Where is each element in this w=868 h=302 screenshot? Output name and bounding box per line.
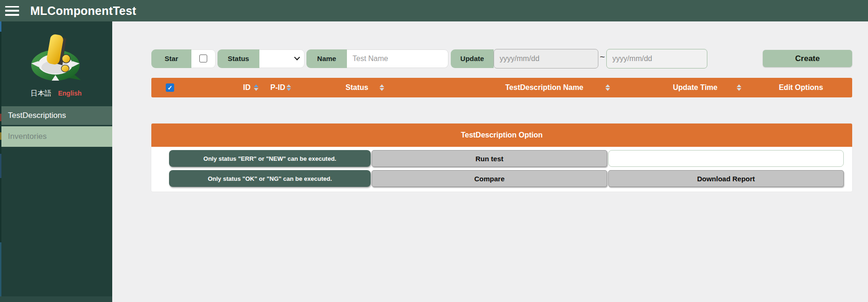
sidebar-item-label: TestDescriptions xyxy=(8,111,66,120)
hamburger-menu-icon[interactable] xyxy=(5,6,19,16)
sidebar-item-inventories[interactable]: Inventories xyxy=(0,126,112,147)
main-content: Star Status Name Update ~ Create ✓ xyxy=(112,21,868,302)
star-filter-control xyxy=(191,49,216,68)
options-panel: TestDescription Option Only status "ERR"… xyxy=(151,124,852,192)
column-testdescription-name: TestDescription Name xyxy=(505,83,583,92)
create-button[interactable]: Create xyxy=(763,50,852,67)
column-id: ID xyxy=(243,83,251,92)
app-title: MLComponentTest xyxy=(30,4,136,18)
chevron-down-icon xyxy=(294,54,300,60)
sort-icon[interactable] xyxy=(737,84,741,91)
run-test-button[interactable]: Run test xyxy=(372,150,607,167)
language-switcher: 日本語 English xyxy=(0,89,112,98)
star-checkbox[interactable] xyxy=(199,55,207,62)
sort-icon[interactable] xyxy=(254,84,258,91)
screen-edge-artifact xyxy=(0,21,1,302)
results-table-header: ✓ ID P-ID Status TestDescription Name Up… xyxy=(151,78,852,97)
logo-container xyxy=(0,21,112,85)
filter-bar: Star Status Name Update ~ Create xyxy=(151,48,852,69)
sort-icon[interactable] xyxy=(380,84,384,91)
compare-note: Only status "OK" or "NG" can be executed… xyxy=(169,170,371,187)
sort-icon[interactable] xyxy=(286,84,291,91)
lang-english-link[interactable]: English xyxy=(58,89,82,97)
status-select[interactable] xyxy=(259,49,305,68)
status-filter-label: Status xyxy=(217,49,259,68)
option-row-run-test: Only status "ERR" or "NEW" can be execut… xyxy=(169,150,843,167)
column-pid: P-ID xyxy=(271,83,285,92)
column-update-time: Update Time xyxy=(673,83,718,92)
sidebar: 日本語 English TestDescriptions Inventories xyxy=(0,21,112,302)
update-date-to-input[interactable] xyxy=(606,49,707,69)
column-status: Status xyxy=(346,83,368,92)
name-filter-label: Name xyxy=(306,49,347,68)
column-edit-options: Edit Options xyxy=(779,83,823,92)
sidebar-footer xyxy=(0,296,112,302)
sidebar-item-testdescriptions[interactable]: TestDescriptions xyxy=(0,106,112,125)
download-report-button[interactable]: Download Report xyxy=(608,170,844,187)
star-filter-label: Star xyxy=(151,49,191,68)
select-all-checkbox[interactable]: ✓ xyxy=(166,83,174,92)
run-test-note: Only status "ERR" or "NEW" can be execut… xyxy=(169,150,371,167)
update-filter-label: Update xyxy=(451,49,494,68)
update-date-from-input[interactable] xyxy=(494,49,598,69)
lang-japanese-link[interactable]: 日本語 xyxy=(31,89,52,98)
sort-icon[interactable] xyxy=(605,84,610,91)
option-row-compare: Only status "OK" or "NG" can be executed… xyxy=(169,170,843,187)
run-test-empty-field xyxy=(608,150,844,167)
date-range-separator: ~ xyxy=(600,48,605,62)
top-header: MLComponentTest xyxy=(0,0,868,21)
compare-button[interactable]: Compare xyxy=(372,170,607,187)
sidebar-menu: TestDescriptions Inventories xyxy=(0,106,112,147)
options-panel-title: TestDescription Option xyxy=(151,124,852,147)
sidebar-item-label: Inventories xyxy=(8,132,47,141)
app-logo-icon xyxy=(29,32,84,85)
test-name-input[interactable] xyxy=(347,49,448,68)
